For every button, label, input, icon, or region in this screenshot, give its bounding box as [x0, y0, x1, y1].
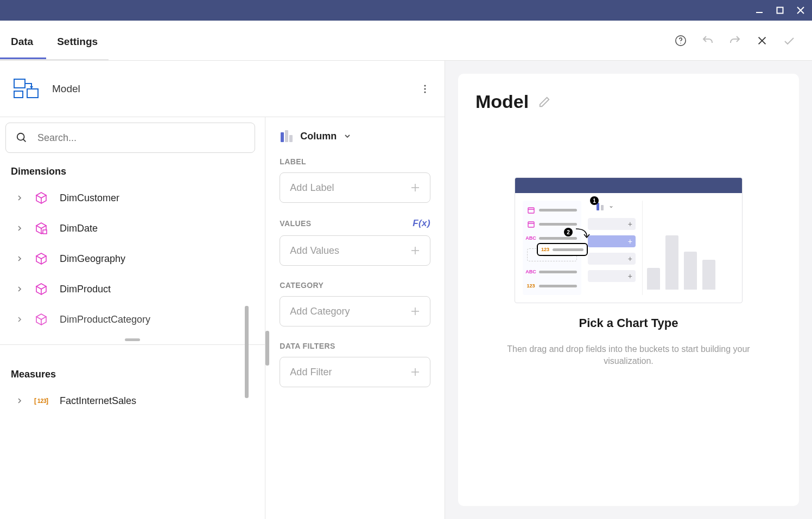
search-input[interactable] [5, 123, 255, 153]
add-label-placeholder: Add Label [290, 182, 334, 194]
cube-icon [34, 190, 49, 206]
model-bar: Model [0, 61, 445, 117]
category-section-header: CATEGORY [280, 281, 430, 290]
values-section-header: VALUES F(x) [280, 218, 430, 229]
model-icon [13, 77, 39, 101]
chevron-right-icon [16, 226, 23, 231]
plus-icon [410, 183, 420, 193]
svg-rect-9 [27, 89, 38, 98]
add-values-slot[interactable]: Add Values [280, 235, 430, 266]
svg-rect-23 [289, 135, 293, 142]
tab-data[interactable]: Data [11, 23, 33, 59]
svg-rect-22 [285, 130, 288, 142]
plus-icon [410, 367, 420, 377]
svg-point-5 [680, 42, 681, 43]
cube-icon [34, 221, 49, 236]
window-maximize-button[interactable] [775, 5, 785, 15]
add-label-slot[interactable]: Add Label [280, 172, 430, 203]
chevron-down-icon [344, 133, 351, 139]
fields-panel: Dimensions DimCustomer DimDate [0, 117, 265, 519]
canvas-title: Model [475, 91, 529, 112]
kebab-menu-icon[interactable] [418, 82, 432, 95]
svg-point-13 [424, 88, 426, 89]
search-icon [16, 132, 28, 144]
scrollbar-thumb[interactable] [265, 331, 269, 366]
svg-rect-32 [528, 208, 534, 213]
svg-rect-34 [528, 222, 534, 227]
measure-label: FactInternetSales [60, 395, 136, 407]
fx-button[interactable]: F(x) [413, 218, 430, 229]
cube-icon [34, 312, 49, 327]
cube-icon [34, 281, 49, 297]
svg-text:123: 123 [37, 398, 47, 404]
chevron-right-icon [16, 286, 23, 292]
dimension-item[interactable]: DimCustomer [0, 183, 265, 213]
window-close-button[interactable] [796, 5, 805, 15]
window-titlebar [0, 0, 812, 21]
dimension-label: DimDate [60, 223, 98, 234]
svg-text:[: [ [34, 397, 36, 405]
chart-type-selector[interactable]: Column [280, 130, 430, 142]
panel-resize-handle[interactable] [0, 335, 265, 344]
window-minimize-button[interactable] [754, 5, 764, 15]
svg-line-16 [23, 139, 26, 142]
number-icon: [123] [34, 393, 49, 408]
svg-point-14 [424, 91, 426, 93]
redo-icon[interactable] [728, 34, 741, 47]
scrollbar-thumb[interactable] [245, 306, 249, 398]
add-category-placeholder: Add Category [290, 306, 350, 317]
help-icon[interactable] [674, 34, 687, 47]
dimension-item[interactable]: DimDate [0, 213, 265, 244]
model-title: Model [52, 83, 80, 95]
edit-title-icon[interactable] [538, 96, 550, 108]
dimension-item[interactable]: DimProduct [0, 274, 265, 304]
label-section-header: LABEL [280, 157, 430, 166]
plus-icon [410, 306, 420, 316]
close-icon[interactable] [756, 34, 769, 47]
column-chart-icon [280, 130, 293, 142]
canvas-area: Model ABC ABC 1 [445, 61, 812, 519]
chevron-right-icon [16, 195, 23, 201]
tab-settings[interactable]: Settings [57, 23, 98, 59]
search-field[interactable] [37, 132, 245, 144]
dimension-label: DimProductCategory [60, 314, 150, 325]
placeholder-subtitle: Then drag and drop fields into the bucke… [498, 343, 759, 368]
placeholder-illustration: ABC ABC 123 1 ⌄ + + + + 2 [515, 177, 743, 303]
app-header: Data Settings [0, 21, 812, 61]
canvas-card: Model ABC ABC 1 [458, 74, 799, 506]
add-filter-placeholder: Add Filter [290, 367, 332, 378]
svg-rect-1 [777, 8, 783, 14]
filters-section-header: DATA FILTERS [280, 342, 430, 350]
config-panel: Column LABEL Add Label VALUES F(x) Add V… [265, 117, 445, 519]
measures-header: Measures [0, 361, 265, 386]
chart-type-label: Column [300, 131, 337, 142]
measure-item[interactable]: [123] FactInternetSales [0, 386, 265, 416]
cube-icon [34, 251, 49, 266]
add-filter-slot[interactable]: Add Filter [280, 357, 430, 387]
undo-icon[interactable] [701, 34, 714, 47]
empty-placeholder: ABC ABC 123 1 ⌄ + + + + 2 [475, 177, 782, 368]
svg-rect-21 [281, 132, 284, 142]
dimension-label: DimGeography [60, 253, 125, 265]
dimension-label: DimCustomer [60, 193, 119, 204]
plus-icon [410, 246, 420, 255]
dimension-item[interactable]: DimGeography [0, 244, 265, 274]
chevron-right-icon [16, 317, 23, 322]
dimension-item[interactable]: DimProductCategory [0, 304, 265, 335]
confirm-icon[interactable] [783, 34, 796, 47]
svg-rect-10 [14, 91, 23, 98]
svg-rect-17 [43, 230, 47, 234]
chevron-right-icon [16, 398, 23, 403]
svg-point-12 [424, 85, 426, 86]
add-category-slot[interactable]: Add Category [280, 296, 430, 326]
chevron-right-icon [16, 256, 23, 261]
svg-text:]: ] [46, 397, 48, 405]
placeholder-title: Pick a Chart Type [579, 316, 678, 330]
add-values-placeholder: Add Values [290, 245, 339, 257]
svg-rect-8 [14, 79, 25, 88]
dimensions-list: DimCustomer DimDate DimGeography [0, 183, 265, 335]
dimensions-header: Dimensions [0, 158, 265, 183]
svg-point-15 [17, 133, 24, 140]
dimension-label: DimProduct [60, 284, 111, 295]
